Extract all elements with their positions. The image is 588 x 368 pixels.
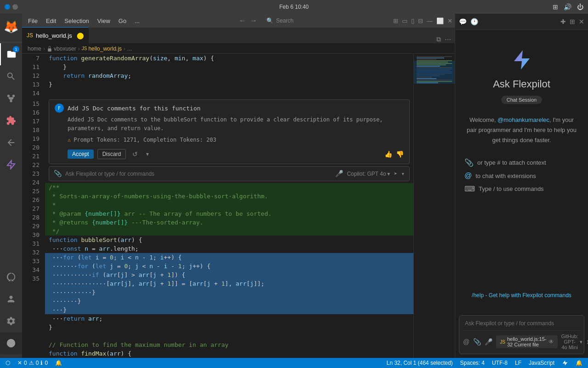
send-arrow[interactable]: ➤ [394, 169, 397, 178]
send-dropdown[interactable]: ▾ [401, 169, 405, 178]
status-position[interactable]: Ln 32, Col 1 (464 selected) [384, 360, 454, 366]
close-panel-icon[interactable]: ✕ [579, 18, 584, 25]
sidebar-icon[interactable]: ▯ [411, 17, 414, 24]
paperclip-icon: 📎 [464, 158, 474, 167]
search-bar[interactable]: 🔍 Search [261, 16, 390, 25]
bell-icon: 🔔 [55, 360, 62, 366]
panel-icon[interactable]: ▭ [402, 17, 407, 24]
menu-selection[interactable]: Selection [61, 16, 92, 26]
status-eol[interactable]: LF [513, 360, 523, 366]
history-icon[interactable]: 🕐 [470, 18, 478, 25]
actions-dropdown[interactable]: ▾ [144, 150, 151, 159]
flexpilot-input[interactable] [463, 319, 580, 328]
close-icon[interactable]: ✕ [447, 17, 452, 24]
activity-flexpilot[interactable] [0, 154, 22, 176]
power-icon[interactable]: ⏻ [577, 3, 583, 11]
suggestion-title: Add JS Doc comments for this function [68, 104, 201, 113]
mic-icon[interactable]: 🎤 [335, 169, 343, 178]
mic-bottom-icon[interactable]: 🎤 [485, 338, 492, 345]
menu-go[interactable]: Go [115, 16, 130, 26]
error-count: 0 [24, 360, 27, 366]
window-dot-2[interactable] [12, 4, 18, 10]
menu-view[interactable]: View [94, 16, 114, 26]
attach-file-icon[interactable]: 📎 [473, 338, 481, 345]
activity-settings[interactable] [0, 310, 22, 332]
status-spaces[interactable]: Spaces: 4 [458, 360, 486, 366]
refresh-button[interactable]: ↺ [130, 149, 141, 159]
activity-run-debug[interactable] [0, 132, 22, 154]
nav-back[interactable]: ← [239, 17, 246, 25]
status-bell[interactable]: 🔔 [53, 360, 64, 366]
search-icon: 🔍 [266, 17, 273, 24]
copilot-input[interactable] [65, 171, 332, 177]
menu-more[interactable]: ... [131, 16, 143, 26]
title-bar-right: ⊞ 🔊 ⏻ [553, 3, 583, 11]
status-remote[interactable]: ⬡ [4, 360, 12, 366]
accept-button[interactable]: Accept [68, 150, 94, 159]
nav-forward[interactable]: → [250, 17, 257, 25]
discard-button[interactable]: Discard [97, 149, 126, 159]
minimize-icon[interactable]: — [427, 17, 433, 24]
more-actions-icon[interactable]: ⋯ [445, 36, 451, 43]
code-line-16: * Sorts·an·array·of·numbers·using·the·bu… [45, 192, 413, 201]
tab-close-icon[interactable]: ⬤ [77, 32, 84, 39]
breadcrumb-more[interactable]: ... [127, 46, 132, 52]
new-chat-icon[interactable]: ✚ [560, 18, 566, 25]
breadcrumb-sep2: › [78, 46, 80, 52]
svg-point-2 [12, 95, 15, 98]
chat-icon[interactable]: 💬 [459, 18, 467, 25]
side-panel-actions: ✚ ⊞ ✕ [560, 18, 584, 25]
suggestion-header: F Add JS Doc comments for this function [55, 104, 404, 113]
copilot-model-selector[interactable]: Copilot: GPT 4o ▾ [347, 171, 390, 177]
code-line-15: /** [45, 183, 413, 192]
flexpilot-logo [510, 48, 533, 73]
activity-warp[interactable] [0, 332, 22, 354]
status-errors[interactable]: ✕ 0 ⚠ 0 ℹ 0 [16, 360, 50, 366]
tab-hello-world[interactable]: JS hello_world.js ⬤ [22, 27, 89, 43]
side-panel-header: 💬 🕐 ✚ ⊞ ✕ [455, 14, 588, 30]
warning-icon-status: ⚠ [29, 360, 34, 366]
tip-commands: ⌨ Type / to use commands [464, 184, 579, 193]
activity-explorer[interactable]: 1 [0, 43, 22, 65]
model-selector[interactable]: GitHub: GPT-4o Mini ▾ [561, 334, 582, 350]
attach-icon: 📎 [54, 169, 62, 178]
maximize-icon[interactable]: ⬜ [436, 17, 444, 24]
layout-icon[interactable]: ⊞ [393, 17, 398, 24]
tip-attach: 📎 or type # to attach context [464, 158, 579, 167]
svg-point-4 [7, 339, 15, 347]
side-panel: 💬 🕐 ✚ ⊞ ✕ [455, 14, 588, 358]
at-context-icon[interactable]: @ [463, 338, 469, 345]
flexpilot-tips: 📎 or type # to attach context @ to chat … [464, 158, 579, 193]
breadcrumb-file[interactable]: JS hello_world.js [82, 46, 122, 52]
status-flexpilot[interactable] [560, 360, 570, 366]
activity-extensions[interactable] [0, 109, 22, 132]
chat-session-badge: Chat Session [501, 96, 542, 104]
split-editor-icon[interactable]: ⧉ [436, 35, 441, 43]
menu-file[interactable]: File [24, 16, 41, 26]
send-button[interactable]: ➤ [586, 338, 588, 345]
customize-icon[interactable]: ⊟ [418, 17, 423, 24]
activity-source-control[interactable] [0, 87, 22, 109]
activity-account[interactable] [0, 288, 22, 310]
status-notification[interactable]: 🔔 [574, 360, 584, 366]
status-encoding[interactable]: UTF-8 [490, 360, 509, 366]
thumbdown-button[interactable]: 👎 [396, 150, 404, 158]
code-line-34: function findMax(arr) { [45, 349, 413, 358]
window-dot-1[interactable] [5, 4, 10, 10]
side-panel-icons: 💬 🕐 [459, 18, 478, 25]
editor-area: File Edit Selection View Go ... ← → 🔍 Se… [22, 14, 455, 358]
menu-bar: File Edit Selection View Go ... ← → 🔍 Se… [22, 14, 455, 28]
menu-edit[interactable]: Edit [42, 16, 60, 26]
remote-icon: ⬡ [6, 360, 10, 366]
history-list-icon[interactable]: ⊞ [570, 18, 575, 25]
help-text[interactable]: /help - Get help with Flexpilot commands [472, 292, 571, 299]
code-content[interactable]: function generateRandomArray(size, min, … [45, 54, 413, 358]
eye-icon[interactable]: 👁 [548, 339, 554, 345]
activity-search[interactable] [0, 65, 22, 87]
copilot-inline-input[interactable]: 📎 🎤 Copilot: GPT 4o ▾ ➤ ▾ [49, 166, 410, 181]
status-language[interactable]: JavaScript [527, 360, 556, 366]
sound-icon[interactable]: 🔊 [564, 3, 571, 11]
breadcrumb-home[interactable]: home [28, 46, 41, 52]
activity-remote[interactable] [0, 266, 22, 288]
thumbup-button[interactable]: 👍 [384, 150, 392, 158]
